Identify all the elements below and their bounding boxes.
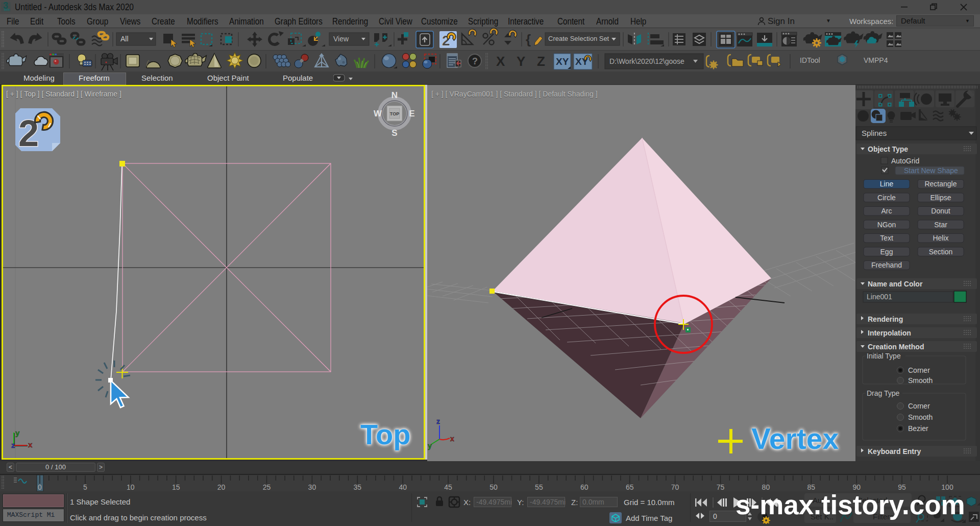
svg-text:Z: Z [537,54,545,69]
svg-text:Corner: Corner [908,366,930,374]
svg-text:x: x [28,440,33,449]
svg-text:Bezier: Bezier [908,424,928,433]
svg-text:40: 40 [399,483,407,491]
svg-text:5: 5 [83,483,87,491]
svg-text:?: ? [472,56,478,66]
svg-text:W: W [374,109,382,118]
svg-text:55: 55 [535,483,543,491]
svg-text:Text: Text [880,234,893,242]
svg-text:Splines: Splines [862,129,887,137]
svg-text:45: 45 [444,483,452,491]
svg-text:Drag Type: Drag Type [867,389,900,397]
svg-text:Line: Line [880,180,894,188]
svg-text:Line001: Line001 [867,293,892,301]
svg-text:Helix: Helix [933,234,948,242]
svg-text:All: All [120,35,129,43]
svg-text:Y: Y [517,54,525,69]
svg-text:Star: Star [934,221,947,229]
svg-text:AutoGrid: AutoGrid [891,157,919,165]
svg-text:Freehand: Freehand [871,261,902,269]
svg-text:Donut: Donut [931,207,950,215]
svg-text:VMPP4: VMPP4 [864,56,888,64]
svg-text:15: 15 [172,483,180,491]
svg-text:75: 75 [717,483,725,491]
svg-text:IDTool: IDTool [800,56,820,64]
svg-text:Rendering: Rendering [868,315,903,323]
svg-text:60: 60 [580,483,589,491]
svg-text:25: 25 [263,483,271,491]
svg-text:TOP: TOP [390,111,399,116]
svg-text:Initial Type: Initial Type [867,352,901,360]
svg-text:X: X [496,54,505,69]
svg-text:Ellipse: Ellipse [930,194,951,202]
svg-text:Start New Shape: Start New Shape [904,166,958,175]
svg-text:NGon: NGon [877,221,896,229]
svg-text:y: y [428,442,432,450]
svg-text:S: S [391,128,397,138]
svg-text:Smooth: Smooth [908,376,933,385]
svg-text:Egg: Egg [880,248,893,256]
svg-text:{: { [526,32,531,47]
svg-text:z: z [436,417,440,425]
svg-text:70: 70 [671,483,679,491]
svg-text:N: N [391,90,398,100]
svg-text:30: 30 [308,483,316,491]
svg-text:Arc: Arc [881,207,892,215]
svg-text:Create Selection Set: Create Selection Set [548,35,609,42]
svg-text:E: E [409,109,414,118]
svg-text:Interpolation: Interpolation [868,329,911,337]
svg-text:65: 65 [626,483,634,491]
svg-text:Creation Method: Creation Method [868,343,924,351]
svg-text:10: 10 [127,483,135,491]
svg-text:XY: XY [556,56,569,67]
svg-text:View: View [333,35,349,43]
svg-text:Name and Color: Name and Color [868,280,923,288]
svg-text:0: 0 [38,483,42,491]
svg-text:Corner: Corner [908,402,930,410]
svg-text:z: z [11,441,15,449]
svg-text:Section: Section [929,248,953,256]
svg-text:Rectangle: Rectangle [924,180,957,188]
svg-text:Object Type: Object Type [868,145,908,153]
svg-text:Circle: Circle [877,194,896,202]
svg-text:Smooth: Smooth [908,413,933,421]
svg-text:x: x [450,435,454,443]
svg-text:D:\Work\2020\12\goose: D:\Work\2020\12\goose [609,57,684,65]
svg-text:50: 50 [489,483,498,491]
svg-text:20: 20 [217,483,226,491]
svg-text:Keyboard Entry: Keyboard Entry [868,447,921,456]
svg-text:35: 35 [354,483,362,491]
svg-text:y: y [15,428,20,437]
